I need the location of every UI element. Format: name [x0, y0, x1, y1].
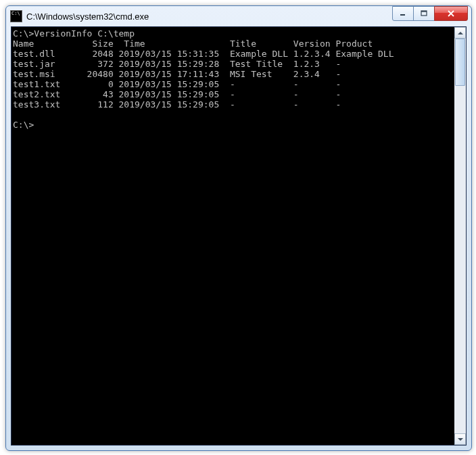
cmd-icon [10, 10, 22, 22]
window-title: C:\Windows\system32\cmd.exe [26, 11, 393, 22]
terminal-output[interactable]: C:\>VersionInfo C:\temp Name Size Time T… [11, 27, 454, 445]
window-buttons [393, 6, 471, 26]
command-prompt-window: C:\Windows\system32\cmd.exe C:\>VersionI… [5, 5, 472, 451]
titlebar[interactable]: C:\Windows\system32\cmd.exe [6, 6, 471, 26]
scroll-track[interactable] [454, 39, 466, 433]
maximize-button[interactable] [413, 6, 435, 21]
minimize-icon [400, 10, 406, 17]
minimize-button[interactable] [392, 6, 414, 21]
close-icon [447, 10, 455, 17]
close-button[interactable] [434, 6, 468, 21]
arrow-down-icon [458, 438, 463, 441]
maximize-icon [421, 10, 427, 17]
arrow-up-icon [458, 32, 463, 34]
vertical-scrollbar[interactable] [454, 27, 466, 445]
scroll-up-button[interactable] [454, 27, 466, 39]
scroll-thumb[interactable] [455, 39, 465, 86]
client-area: C:\>VersionInfo C:\temp Name Size Time T… [11, 26, 467, 446]
scroll-down-button[interactable] [454, 433, 466, 445]
